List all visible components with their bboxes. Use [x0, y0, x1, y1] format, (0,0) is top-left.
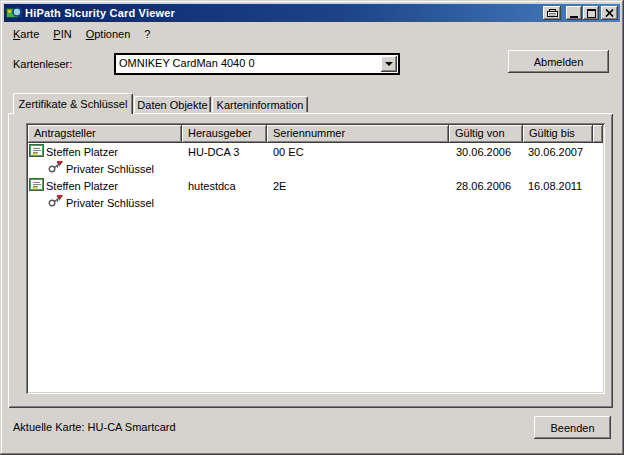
cert-valid-to: 30.06.2007: [523, 146, 593, 158]
minimize-icon: [570, 16, 578, 18]
cert-issuer: hutestdca: [182, 180, 267, 192]
card-reader-printer-icon[interactable]: [543, 6, 561, 20]
private-key-icon: [48, 195, 64, 210]
table-row[interactable]: Steffen Platzer hutestdca 2E 28.06.2006 …: [28, 177, 603, 194]
close-icon: [605, 9, 614, 17]
private-key-label: Privater Schlüssel: [66, 163, 154, 175]
chevron-down-icon: [385, 62, 393, 66]
table-row[interactable]: Privater Schlüssel: [28, 160, 603, 177]
maximize-button[interactable]: [583, 6, 599, 20]
combobox-dropdown-button[interactable]: [381, 56, 397, 72]
cert-serial: 2E: [267, 180, 449, 192]
menu-karte[interactable]: Karte: [6, 26, 46, 42]
column-header-gueltig-bis[interactable]: Gültig bis: [523, 125, 593, 143]
private-key-icon: [48, 161, 64, 176]
tab-daten-objekte[interactable]: Daten Objekte: [134, 96, 211, 112]
abmelden-button[interactable]: Abmelden: [508, 50, 609, 73]
kartenleser-label: Kartenleser:: [13, 58, 72, 70]
cert-subject: Steffen Platzer: [46, 146, 118, 158]
maximize-icon: [587, 9, 596, 18]
column-header-herausgeber[interactable]: Herausgeber: [182, 125, 267, 143]
tab-zertifikate-schluessel[interactable]: Zertifikate & Schlüssel: [13, 93, 133, 114]
cert-valid-to: 16.08.2011: [523, 180, 593, 192]
cert-serial: 00 EC: [267, 146, 449, 158]
certificate-icon: [29, 178, 44, 193]
menubar: Karte PIN Optionen ?: [6, 25, 157, 43]
cardreader-combobox[interactable]: OMNIKEY CardMan 4040 0: [114, 53, 400, 75]
minimize-button[interactable]: [566, 6, 582, 20]
cert-valid-from: 30.06.2006: [449, 146, 523, 158]
titlebar: HiPath SIcurity Card Viewer: [4, 4, 620, 22]
menu-help[interactable]: ?: [137, 26, 157, 42]
cardreader-combobox-value: OMNIKEY CardMan 4040 0: [119, 57, 378, 69]
column-header-gueltig-von[interactable]: Gültig von: [449, 125, 523, 143]
column-header-filler: [593, 125, 603, 143]
cert-valid-from: 28.06.2006: [449, 180, 523, 192]
listview-header: Antragsteller Herausgeber Seriennummer G…: [28, 125, 603, 143]
tab-panel: Antragsteller Herausgeber Seriennummer G…: [8, 113, 613, 408]
column-header-seriennummer[interactable]: Seriennummer: [267, 125, 449, 143]
menu-pin[interactable]: PIN: [46, 26, 78, 42]
current-card-status: Aktuelle Karte: HU-CA Smartcard: [13, 421, 176, 433]
menu-optionen[interactable]: Optionen: [79, 26, 138, 42]
tab-karteninformation[interactable]: Karteninformation: [212, 96, 308, 112]
cert-issuer: HU-DCA 3: [182, 146, 267, 158]
table-row[interactable]: Privater Schlüssel: [28, 194, 603, 211]
table-row[interactable]: Steffen Platzer HU-DCA 3 00 EC 30.06.200…: [28, 143, 603, 160]
beenden-button[interactable]: Beenden: [534, 416, 611, 439]
window-title: HiPath SIcurity Card Viewer: [25, 7, 543, 19]
private-key-label: Privater Schlüssel: [66, 197, 154, 209]
smartcard-magnifier-icon[interactable]: [6, 5, 22, 21]
certificate-listview[interactable]: Antragsteller Herausgeber Seriennummer G…: [26, 123, 605, 394]
app-window: HiPath SIcurity Card Viewer Karte PIN Op…: [0, 0, 624, 455]
cert-subject: Steffen Platzer: [46, 180, 118, 192]
close-button[interactable]: [601, 6, 618, 20]
column-header-antragsteller[interactable]: Antragsteller: [28, 125, 182, 143]
certificate-icon: [29, 144, 44, 159]
